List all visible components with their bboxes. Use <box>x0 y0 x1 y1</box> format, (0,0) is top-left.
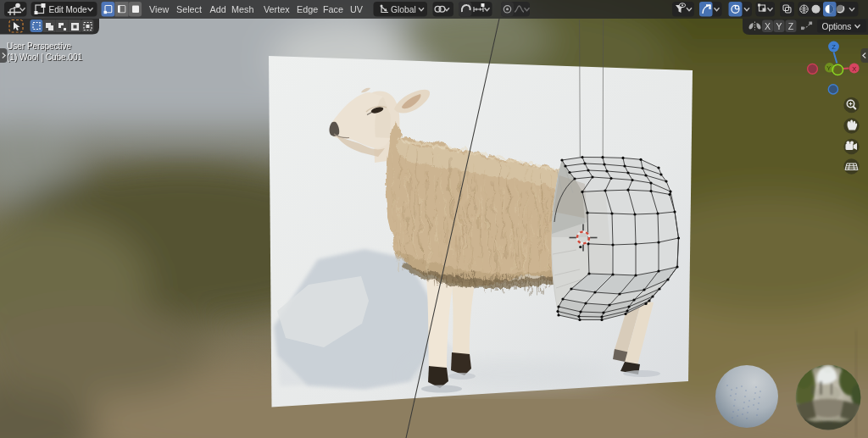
svg-text:Select: Select <box>176 4 202 14</box>
svg-text:View: View <box>149 4 169 14</box>
svg-text:Global: Global <box>391 5 416 14</box>
svg-text:User Perspective: User Perspective <box>7 42 72 51</box>
svg-text:Z: Z <box>832 43 836 51</box>
svg-text:X: X <box>852 65 856 73</box>
svg-text:Options: Options <box>822 22 852 31</box>
svg-text:X: X <box>765 21 771 31</box>
svg-text:Y: Y <box>826 64 831 72</box>
svg-text:Z: Z <box>788 21 794 31</box>
svg-text:Y: Y <box>776 21 782 31</box>
svg-text:(1) Wool | Cube.001: (1) Wool | Cube.001 <box>7 53 83 62</box>
svg-text:Mesh: Mesh <box>231 4 253 14</box>
svg-text:UV: UV <box>350 4 364 14</box>
svg-text:Add: Add <box>210 4 226 14</box>
svg-text:Vertex: Vertex <box>264 4 290 14</box>
svg-text:Face: Face <box>323 4 343 14</box>
svg-text:Edge: Edge <box>297 4 318 14</box>
svg-text:Edit Mode: Edit Mode <box>49 5 87 14</box>
